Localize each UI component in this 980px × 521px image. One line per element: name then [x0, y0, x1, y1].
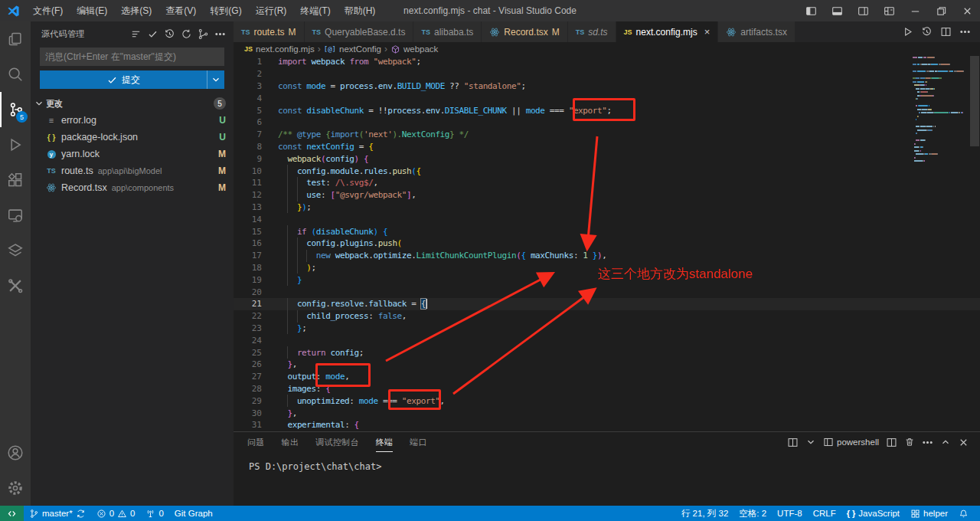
line-number[interactable]: 6 — [234, 117, 278, 127]
line-number[interactable]: 27 — [234, 372, 278, 382]
line-number[interactable]: 23 — [234, 323, 278, 333]
split-editor-icon[interactable] — [940, 26, 952, 38]
status-helper[interactable]: helper — [905, 506, 953, 521]
status-branch[interactable]: master* — [24, 506, 91, 521]
panel-tab-调试控制台[interactable]: 调试控制台 — [315, 432, 359, 452]
code-line-15[interactable]: 15 if (disableChunk) { — [234, 225, 980, 238]
breadcrumb-item-next.config.mjs[interactable]: JSnext.config.mjs — [244, 44, 315, 54]
code-line-3[interactable]: 3const mode = process.env.BUILD_MODE ?? … — [234, 80, 980, 93]
line-number[interactable]: 13 — [234, 202, 278, 212]
close-icon[interactable] — [958, 437, 969, 448]
line-number[interactable]: 30 — [234, 408, 278, 418]
code-line-1[interactable]: 1import webpack from "webpack"; — [234, 56, 980, 68]
activity-extensions[interactable] — [0, 162, 31, 198]
menu-item-3[interactable]: 查看(V) — [158, 0, 203, 21]
code-line-6[interactable]: 6 — [234, 116, 980, 129]
line-number[interactable]: 12 — [234, 190, 278, 200]
code-line-2[interactable]: 2 — [234, 68, 980, 80]
line-number[interactable]: 9 — [234, 154, 278, 164]
chevron-down-icon[interactable] — [805, 437, 816, 447]
activity-remote-explorer[interactable] — [0, 198, 31, 233]
code-line-25[interactable]: 25 return config; — [234, 346, 980, 359]
file-row-Record.tsx[interactable]: Record.tsxapp\componentsM — [31, 179, 234, 196]
layout-sidebar-right-button[interactable] — [850, 0, 876, 21]
code-line-20[interactable]: 20 — [234, 286, 980, 298]
line-number[interactable]: 8 — [234, 142, 278, 152]
line-number[interactable]: 26 — [234, 359, 278, 369]
code-line-5[interactable]: 5const disableChunk = !!process.env.DISA… — [234, 104, 980, 116]
commit-message-input[interactable] — [40, 48, 224, 66]
activity-source-control[interactable]: 5 — [0, 92, 31, 127]
menu-item-7[interactable]: 帮助(H) — [338, 0, 383, 21]
line-number[interactable]: 3 — [234, 81, 278, 91]
line-number[interactable]: 25 — [234, 348, 278, 358]
line-number[interactable]: 7 — [234, 129, 278, 139]
file-row-error.log[interactable]: ≡error.logU — [31, 112, 234, 129]
commit-button[interactable]: 提交 — [40, 70, 207, 89]
activity-layers[interactable] — [0, 233, 31, 268]
code-line-9[interactable]: 9 webpack(config) { — [234, 152, 980, 165]
status-eol[interactable]: CRLF — [808, 506, 841, 521]
line-number[interactable]: 17 — [234, 251, 278, 260]
activity-run-debug[interactable] — [0, 127, 31, 162]
split-editor-icon[interactable] — [886, 437, 897, 448]
status-problems[interactable]: 00 — [91, 506, 141, 521]
menu-item-2[interactable]: 选择(S) — [114, 0, 158, 21]
tab-alibaba.ts[interactable]: TSalibaba.ts — [413, 21, 482, 42]
trash-icon[interactable] — [904, 437, 915, 447]
code-line-8[interactable]: 8const nextConfig = { — [234, 141, 980, 153]
status-ports[interactable]: 0 — [140, 506, 168, 521]
layout-customize-button[interactable] — [876, 0, 902, 21]
status-cursor-position[interactable]: 行 21, 列 32 — [676, 506, 733, 521]
breadcrumb-item-webpack[interactable]: webpack — [390, 44, 438, 54]
more-icon[interactable] — [959, 26, 971, 38]
code-line-28[interactable]: 28 images: { — [234, 383, 980, 395]
line-number[interactable]: 14 — [234, 215, 278, 224]
line-number[interactable]: 4 — [234, 93, 278, 103]
line-number[interactable]: 18 — [234, 263, 278, 273]
tab-route.ts[interactable]: TSroute.tsM — [234, 21, 305, 42]
terminal-content[interactable]: PS D:\project\chat\chat> — [234, 452, 980, 506]
activity-account[interactable] — [0, 435, 31, 470]
more-icon[interactable] — [922, 437, 933, 448]
timeline-icon[interactable] — [921, 26, 933, 38]
code-line-14[interactable]: 14 — [234, 213, 980, 225]
terminal-instance-powershell[interactable]: powershell — [823, 437, 879, 447]
tab-next.config.mjs[interactable]: JSnext.config.mjs× — [616, 21, 719, 42]
line-number[interactable]: 11 — [234, 178, 278, 188]
line-number[interactable]: 28 — [234, 384, 278, 394]
code-line-16[interactable]: 16 config.plugins.push( — [234, 238, 980, 250]
sidebar-action-more[interactable] — [212, 26, 227, 41]
run-icon[interactable] — [902, 26, 913, 38]
code-line-21[interactable]: 21 config.resolve.fallback = { — [234, 298, 980, 310]
breadcrumb-item-nextConfig[interactable]: [@]nextConfig — [324, 44, 381, 54]
code-line-7[interactable]: 7/** @type {import('next').NextConfig} *… — [234, 129, 980, 141]
code-line-26[interactable]: 26 }, — [234, 359, 980, 371]
line-number[interactable]: 5 — [234, 106, 278, 116]
code-editor[interactable]: 1import webpack from "webpack";23const m… — [234, 56, 980, 431]
code-line-11[interactable]: 11 test: /\.svg$/, — [234, 177, 980, 189]
activity-settings-gear[interactable] — [0, 470, 31, 506]
line-number[interactable]: 21 — [234, 299, 278, 309]
code-line-27[interactable]: 27 output: mode, — [234, 371, 980, 383]
line-number[interactable]: 10 — [234, 166, 278, 176]
menu-item-4[interactable]: 转到(G) — [203, 0, 248, 21]
line-number[interactable]: 16 — [234, 238, 278, 248]
line-number[interactable]: 20 — [234, 287, 278, 297]
sidebar-action-check[interactable] — [145, 26, 160, 41]
status-git-graph[interactable]: Git Graph — [169, 506, 218, 521]
menu-item-1[interactable]: 编辑(E) — [70, 0, 114, 21]
split-editor-icon[interactable] — [787, 437, 799, 448]
line-number[interactable]: 19 — [234, 275, 278, 285]
sidebar-action-history[interactable] — [162, 26, 177, 41]
minimap[interactable] — [913, 56, 969, 163]
status-indentation[interactable]: 空格: 2 — [733, 506, 772, 521]
changes-section-header[interactable]: 更改 5 — [31, 95, 234, 112]
code-line-12[interactable]: 12 use: ["@svgr/webpack"], — [234, 189, 980, 202]
panel-tab-问题[interactable]: 问题 — [247, 432, 265, 452]
menu-item-0[interactable]: 文件(F) — [26, 0, 70, 21]
status-language-mode[interactable]: { }JavaScript — [841, 506, 905, 521]
line-number[interactable]: 24 — [234, 336, 278, 346]
code-line-30[interactable]: 30 }, — [234, 407, 980, 419]
status-encoding[interactable]: UTF-8 — [772, 506, 808, 521]
